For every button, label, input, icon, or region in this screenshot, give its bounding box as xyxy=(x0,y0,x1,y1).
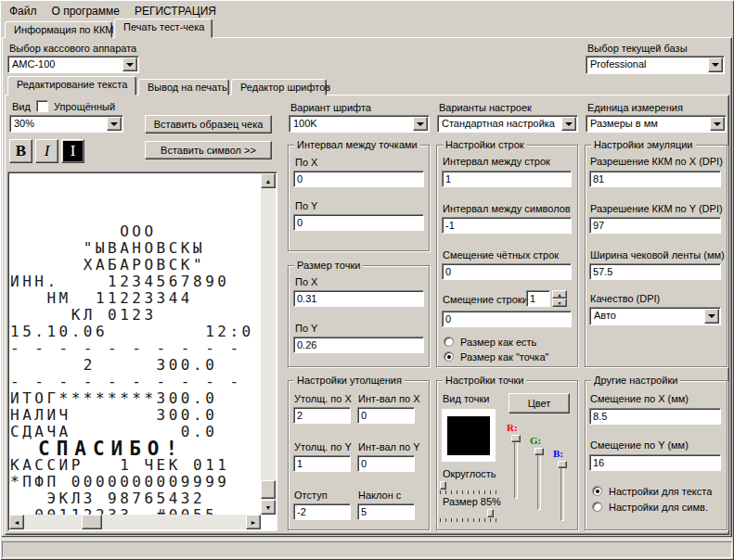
insert-sample-check-button[interactable]: Вставить образец чека xyxy=(145,115,272,134)
menu-file[interactable]: Файл xyxy=(2,2,45,20)
scroll-right-icon[interactable]: ► xyxy=(246,515,261,529)
size-as-is-label: Размер как есть xyxy=(460,337,536,348)
dot-size-slider-thumb[interactable] xyxy=(487,509,494,517)
dot-size-group-title: Размер точки xyxy=(294,260,363,271)
char-interval-input[interactable] xyxy=(442,217,572,234)
dot-preview-square xyxy=(447,416,490,455)
thick-y-input[interactable] xyxy=(293,455,351,472)
indent-label: Отступ xyxy=(294,490,328,501)
scroll-up-icon[interactable]: ▲ xyxy=(261,173,276,188)
resolution-x-label: Разрешение ККМ по X (DPI) xyxy=(590,156,723,167)
line-shift-value-input[interactable] xyxy=(442,311,572,327)
line-interval-label: Интервал между строк xyxy=(443,156,550,167)
thick-x-input[interactable] xyxy=(293,407,351,424)
spinner-up-icon[interactable]: ▲ xyxy=(552,290,567,299)
italic-button[interactable]: I xyxy=(35,139,58,163)
dot-size-x-input[interactable] xyxy=(293,290,424,307)
blue-slider[interactable] xyxy=(560,462,564,521)
shift-y-input[interactable] xyxy=(589,454,721,471)
dropdown-arrow-icon[interactable] xyxy=(710,117,725,131)
zoom-select[interactable]: 30% xyxy=(9,115,123,133)
int-y-input[interactable] xyxy=(357,455,415,472)
horizontal-scrollbar[interactable] xyxy=(9,515,261,529)
shift-x-input[interactable] xyxy=(589,408,721,425)
dropdown-arrow-icon[interactable] xyxy=(561,117,576,131)
red-slider-thumb[interactable] xyxy=(511,435,521,442)
spinner-down-icon[interactable]: ▼ xyxy=(552,299,567,307)
dropdown-arrow-icon[interactable] xyxy=(107,117,122,131)
slant-label: Наклон с xyxy=(358,490,401,501)
int-x-input[interactable] xyxy=(357,407,415,424)
resolution-x-input[interactable] xyxy=(589,171,721,187)
dot-view-label: Вид точки xyxy=(443,393,489,404)
dot-size-percent-label: Размер 85% xyxy=(443,496,501,507)
menu-bar: Файл О программе РЕГИСТРАЦИЯ xyxy=(2,2,732,20)
line-shift-label: Смещение строки xyxy=(443,294,528,305)
dot-interval-x-input[interactable] xyxy=(293,171,424,187)
tab-print-output[interactable]: Вывод на печать xyxy=(138,79,229,95)
color-button[interactable]: Цвет xyxy=(509,393,570,414)
even-lines-shift-input[interactable] xyxy=(442,263,572,280)
other-settings-group-title: Другие настройки xyxy=(591,375,680,386)
device-select[interactable]: АМС-100 xyxy=(7,56,139,73)
scroll-down-icon[interactable]: ▼ xyxy=(261,500,276,515)
vertical-scrollbar-thumb[interactable] xyxy=(261,480,276,499)
font-variant-value: 100K xyxy=(293,118,412,129)
dot-size-slider[interactable] xyxy=(440,509,501,522)
dropdown-arrow-icon[interactable] xyxy=(122,57,137,71)
bottom-divider xyxy=(2,536,732,540)
red-slider[interactable] xyxy=(514,436,518,499)
dot-interval-y-label: По Y xyxy=(295,200,317,211)
quality-select[interactable]: Авто xyxy=(589,307,721,325)
blue-slider-thumb[interactable] xyxy=(558,461,567,468)
dropdown-arrow-icon[interactable] xyxy=(704,309,719,324)
bold-button[interactable]: B xyxy=(9,139,32,163)
menu-about[interactable]: О программе xyxy=(45,2,127,20)
vertical-scrollbar[interactable] xyxy=(261,173,276,515)
settings-for-symbols-radio[interactable] xyxy=(592,502,602,512)
base-select[interactable]: Professional xyxy=(586,56,725,74)
menu-registration[interactable]: РЕГИСТРАЦИЯ xyxy=(127,2,224,20)
green-channel-label: G: xyxy=(530,435,541,446)
tab-kkm-info[interactable]: Информация по ККМ xyxy=(5,21,112,38)
emulation-group-title: Настройки эмуляции xyxy=(591,139,696,150)
green-slider[interactable] xyxy=(537,449,541,510)
roundness-slider-thumb[interactable] xyxy=(440,481,446,490)
receipt-text-big: СПАСИБО! xyxy=(38,440,261,457)
base-select-value: Professional xyxy=(590,58,707,70)
dot-size-y-input[interactable] xyxy=(293,337,424,353)
line-shift-index-input[interactable] xyxy=(526,290,550,307)
green-slider-thumb[interactable] xyxy=(534,448,544,455)
int-y-label: Инт-вал по Y xyxy=(358,441,419,452)
indent-input[interactable] xyxy=(293,503,351,520)
inverse-button[interactable]: I xyxy=(61,139,84,163)
simplified-checkbox[interactable] xyxy=(36,100,48,112)
horizontal-scrollbar-thumb[interactable] xyxy=(82,515,102,529)
resolution-y-input[interactable] xyxy=(589,217,721,234)
tab-font-editor[interactable]: Редактор шрифтов xyxy=(231,79,327,95)
size-as-dot-radio[interactable] xyxy=(444,351,454,362)
device-select-label: Выбор кассового аппарата xyxy=(9,43,136,54)
thickening-group-title: Настройки утолщения xyxy=(294,375,405,386)
scroll-left-icon[interactable]: ◄ xyxy=(9,515,24,529)
line-settings-group-title: Настройки строк xyxy=(443,139,527,150)
insert-symbol-button[interactable]: Вставить символ >> xyxy=(145,141,272,159)
settings-for-text-radio[interactable] xyxy=(592,486,602,496)
line-interval-input[interactable] xyxy=(442,171,572,187)
size-as-is-radio[interactable] xyxy=(444,337,454,347)
roundness-slider[interactable] xyxy=(440,481,501,494)
dot-interval-y-input[interactable] xyxy=(293,214,424,231)
tab-text-editing[interactable]: Редактирование текста xyxy=(7,76,136,95)
thick-x-label: Утолщ. по X xyxy=(294,393,352,404)
dropdown-arrow-icon[interactable] xyxy=(708,57,723,72)
dropdown-arrow-icon[interactable] xyxy=(413,117,428,131)
tape-width-input[interactable] xyxy=(589,263,721,280)
shift-x-label: Смещение по X (мм) xyxy=(590,393,689,404)
settings-variant-select[interactable]: Стандартная настройка xyxy=(437,115,578,133)
font-variant-select[interactable]: 100K xyxy=(289,115,430,133)
units-select[interactable]: Размеры в мм xyxy=(586,115,727,133)
size-as-dot-label: Размер как "точка" xyxy=(460,351,548,363)
slant-input[interactable] xyxy=(357,503,415,520)
tab-print-test-check[interactable]: Печать тест-чека xyxy=(114,19,212,38)
quality-value: Авто xyxy=(594,310,703,321)
